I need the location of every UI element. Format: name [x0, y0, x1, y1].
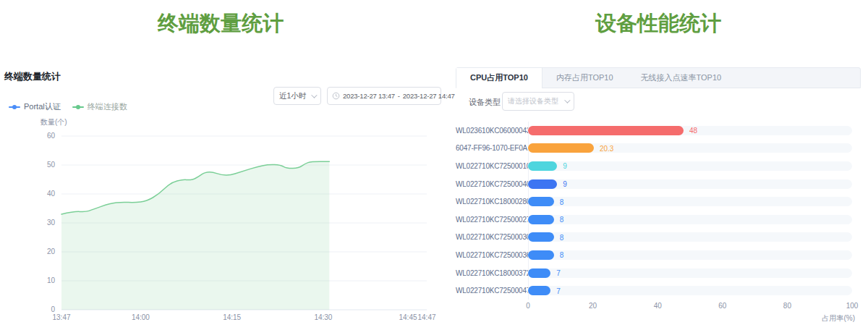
device-performance-panel: CPU占用TOP10内存占用TOP10无线接入点速率TOP10 设备类型 请选择… — [456, 0, 861, 330]
device-type-select-placeholder: 请选择设备类型 — [508, 96, 558, 106]
bar-track: 7 — [528, 268, 852, 278]
bar[interactable] — [528, 268, 550, 278]
device-type-label: 设备类型 — [469, 97, 501, 108]
bar-track: 8 — [528, 232, 852, 242]
x-tick-label: 20 — [589, 302, 597, 310]
time-range-select[interactable]: 近1小时 — [273, 87, 321, 105]
bar-track: 7 — [528, 286, 852, 295]
bar[interactable] — [528, 197, 554, 206]
x-tick-label: 0 — [526, 302, 530, 310]
y-tick-label: 0 — [51, 305, 55, 313]
x-tick-label: 100 — [846, 302, 859, 310]
dashboard: 终端数量统计 设备性能统计 终端数量统计 近1小时 2023-12-27 13:… — [0, 0, 868, 330]
bar[interactable] — [528, 143, 594, 153]
bar-value-label: 7 — [556, 287, 561, 295]
bar[interactable] — [528, 179, 557, 189]
bar[interactable] — [528, 250, 554, 260]
bar-track: 8 — [528, 197, 852, 206]
date-range-picker[interactable]: 2023-12-27 13:47 - 2023-12-27 14:47 — [327, 87, 441, 105]
tab-wireless-rate-top10[interactable]: 无线接入点速率TOP10 — [627, 68, 736, 88]
y-tick-label: 50 — [47, 161, 56, 169]
legend-portal-auth[interactable]: Portal认证 — [9, 101, 61, 112]
x-tick-label: 14:47 — [417, 313, 435, 321]
bar-row: WL022710KC7250003078 — [456, 229, 857, 247]
line-series-icon — [72, 104, 84, 110]
date-range-end[interactable]: 2023-12-27 14:47 — [403, 92, 455, 100]
bar-track: 9 — [528, 179, 852, 189]
line-chart-legend: Portal认证终端连接数 — [9, 101, 127, 112]
y-tick-label: 10 — [47, 276, 56, 284]
device-name-label: WL022710KC725000102 — [456, 162, 528, 170]
x-tick-label: 60 — [718, 302, 726, 310]
tab-cpu-top10[interactable]: CPU占用TOP10 — [456, 68, 542, 88]
bar[interactable] — [528, 161, 557, 171]
tab-memory-top10[interactable]: 内存占用TOP10 — [542, 68, 627, 88]
line-series-icon — [9, 104, 20, 110]
bar-row: WL022710KC7250004707 — [456, 282, 857, 300]
bar-row: WL022710KC180003727 — [456, 264, 857, 282]
y-tick-label: 40 — [47, 190, 56, 198]
x-tick-label: 14:00 — [132, 313, 150, 321]
legend-label: Portal认证 — [24, 101, 61, 112]
bar[interactable] — [528, 215, 554, 224]
clock-icon — [332, 92, 340, 100]
bar-chart-x-axis-label: 占用率(%) — [528, 313, 855, 323]
bar[interactable] — [528, 286, 550, 295]
bar-row: WL022710KC7250002728 — [456, 211, 857, 229]
bar[interactable] — [528, 126, 684, 135]
area-fill — [61, 161, 329, 310]
date-range-separator: - — [398, 92, 400, 100]
time-range-select-value: 近1小时 — [279, 91, 306, 101]
bar-track: 9 — [528, 161, 852, 171]
bar-track: 48 — [528, 126, 852, 135]
terminal-count-line-chart[interactable]: 010203040506013:4714:0014:1514:3014:4514… — [0, 130, 441, 330]
bar-track: 8 — [528, 250, 852, 260]
date-range-start[interactable]: 2023-12-27 13:47 — [343, 92, 395, 100]
legend-label: 终端连接数 — [88, 101, 127, 112]
device-name-label: 6047-FF96-1070-EF0A — [456, 144, 528, 152]
bar-value-label: 48 — [689, 127, 697, 135]
bar-track: 8 — [528, 215, 852, 224]
bar-row: WL023610KC0600004348 — [456, 122, 857, 140]
bar-value-label: 8 — [560, 251, 564, 259]
device-name-label: WL022710KC18000372 — [456, 269, 528, 277]
device-type-select[interactable]: 请选择设备类型 — [502, 92, 574, 111]
bar-value-label: 9 — [563, 162, 567, 170]
bar-track: 20.3 — [528, 143, 852, 153]
bar-value-label: 7 — [556, 269, 561, 277]
chevron-down-icon — [311, 92, 317, 98]
device-name-label: WL022710KC725000369 — [456, 251, 528, 259]
bar-row: WL022710KC7250004099 — [456, 175, 857, 193]
y-axis-name: 数量(个) — [41, 117, 67, 127]
terminal-count-panel: 终端数量统计 近1小时 2023-12-27 13:47 - 2023-12-2… — [0, 0, 447, 330]
x-tick-label: 14:30 — [314, 313, 332, 321]
bar-value-label: 8 — [560, 216, 564, 224]
chevron-down-icon — [564, 97, 570, 103]
bar-row: WL022710KC7250001029 — [456, 157, 857, 175]
device-name-label: WL022710KC725000307 — [456, 233, 528, 241]
bar-value-label: 8 — [560, 198, 564, 206]
y-tick-label: 60 — [47, 132, 56, 140]
device-name-label: WL022710KC18000280 — [456, 198, 528, 206]
device-name-label: WL023610KC06000043 — [456, 127, 528, 135]
legend-terminal-connections[interactable]: 终端连接数 — [72, 101, 127, 112]
panel-heading: 终端数量统计 — [4, 70, 61, 83]
bar[interactable] — [528, 232, 554, 242]
performance-tabs: CPU占用TOP10内存占用TOP10无线接入点速率TOP10 — [456, 67, 861, 88]
x-tick-label: 14:45 — [399, 313, 417, 321]
bar-value-label: 20.3 — [600, 144, 613, 152]
bar-row: WL022710KC180002808 — [456, 192, 857, 211]
bar-value-label: 8 — [560, 233, 564, 241]
bar-row: 6047-FF96-1070-EF0A20.3 — [456, 140, 857, 158]
bar-row: WL022710KC7250003698 — [456, 246, 857, 264]
device-name-label: WL022710KC725000409 — [456, 180, 528, 188]
cpu-top10-bar-chart[interactable]: WL023610KC06000043486047-FF96-1070-EF0A2… — [456, 122, 857, 323]
x-tick-label: 80 — [783, 302, 791, 310]
y-tick-label: 20 — [47, 248, 56, 255]
x-tick-label: 40 — [654, 302, 662, 310]
y-tick-label: 30 — [47, 219, 56, 227]
device-name-label: WL022710KC725000272 — [456, 216, 528, 224]
x-tick-label: 14:15 — [223, 313, 241, 321]
device-name-label: WL022710KC725000470 — [456, 287, 528, 295]
bar-chart-x-axis: 020406080100 — [528, 302, 852, 312]
